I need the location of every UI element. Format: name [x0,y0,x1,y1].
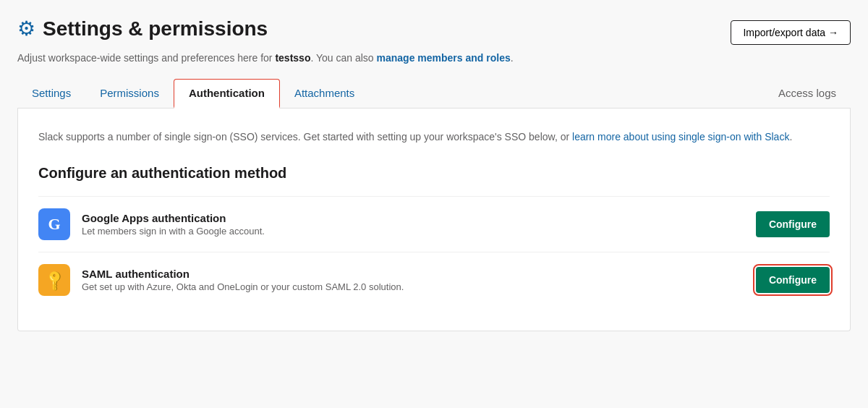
gear-icon: ⚙ [17,19,35,39]
saml-icon: 🔑 [38,264,70,296]
import-export-label: Import/export data → [743,27,838,38]
tab-attachments[interactable]: Attachments [280,80,369,109]
subtitle-prefix: Adjust workspace-wide settings and prefe… [17,52,275,64]
tab-authentication[interactable]: Authentication [174,79,280,109]
sso-description: Slack supports a number of single sign-o… [38,129,830,145]
saml-configure-button[interactable]: Configure [756,267,830,293]
sso-learn-more-link[interactable]: learn more about using single sign-on wi… [572,131,789,143]
auth-item-google: G Google Apps authentication Let members… [38,196,830,252]
subtitle-suffix: . You can also [310,52,376,64]
page-title: Settings & permissions [43,17,268,41]
sso-desc-before: Slack supports a number of single sign-o… [38,131,572,143]
tab-access-logs[interactable]: Access logs [764,80,851,109]
google-auth-name: Google Apps authentication [82,212,744,224]
tab-nav: Settings Permissions Authentication Atta… [17,79,851,109]
sso-desc-after: . [789,131,792,143]
auth-item-saml: 🔑 SAML authentication Get set up with Az… [38,252,830,307]
google-icon: G [38,208,70,240]
saml-auth-desc: Get set up with Azure, Okta and OneLogin… [82,281,744,292]
key-icon: 🔑 [42,268,67,293]
saml-auth-name: SAML authentication [82,268,744,280]
section-title: Configure an authentication method [38,165,830,182]
content-panel: Slack supports a number of single sign-o… [17,109,851,331]
manage-members-link[interactable]: manage members and roles [377,52,511,64]
import-export-button[interactable]: Import/export data → [731,20,851,45]
workspace-name: testsso [275,52,310,64]
google-auth-desc: Let members sign in with a Google accoun… [82,226,744,237]
google-configure-button[interactable]: Configure [756,211,830,237]
saml-auth-info: SAML authentication Get set up with Azur… [82,268,744,292]
subtitle: Adjust workspace-wide settings and prefe… [17,51,851,66]
google-auth-info: Google Apps authentication Let members s… [82,212,744,237]
tab-settings[interactable]: Settings [17,80,85,109]
tab-permissions[interactable]: Permissions [85,80,174,109]
